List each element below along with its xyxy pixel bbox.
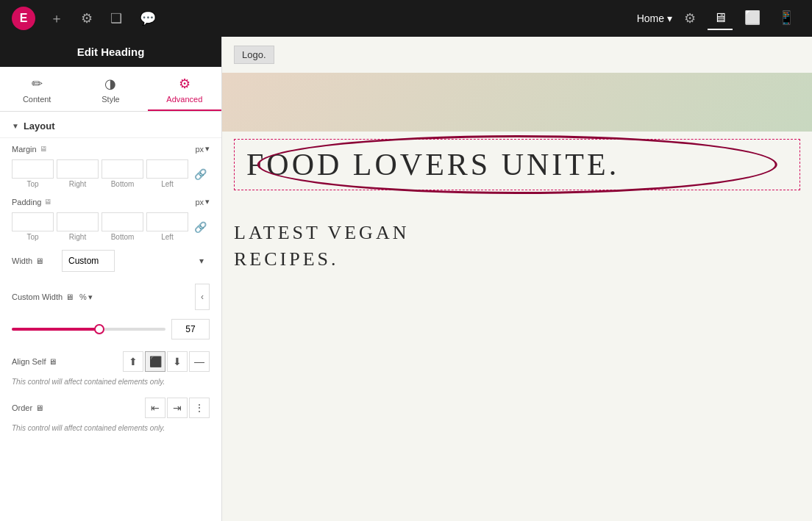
- padding-top-group: Top: [12, 212, 54, 241]
- logo-bar: Logo.: [222, 37, 812, 73]
- order-first-button[interactable]: ⇤: [145, 398, 165, 418]
- padding-top-input[interactable]: [12, 212, 54, 231]
- align-self-responsive-icon: 🖥: [49, 357, 57, 366]
- width-select-wrapper: Default Custom Full Width Inline: [62, 250, 210, 272]
- style-tab-icon: ◑: [104, 76, 116, 92]
- heading-section[interactable]: FOOD LOVERS UNITE.: [222, 132, 812, 198]
- padding-bottom-input[interactable]: [102, 212, 143, 231]
- align-self-row: Align Self 🖥 ⬆ ⬛ ⬇ —: [0, 345, 221, 378]
- align-stretch-button[interactable]: —: [189, 351, 210, 372]
- slider-row: [0, 316, 221, 345]
- panel-title: Edit Heading: [0, 37, 221, 67]
- mobile-view-icon[interactable]: 📱: [772, 7, 800, 30]
- order-row: Order 🖥 ⇤ ⇥ ⋮: [0, 392, 221, 424]
- margin-control-row: Margin 🖥 px ▾: [0, 138, 221, 159]
- padding-bottom-label: Bottom: [111, 233, 135, 241]
- padding-link-icon[interactable]: 🔗: [191, 221, 210, 233]
- order-buttons: ⇤ ⇥ ⋮: [145, 398, 210, 418]
- padding-right-label: Right: [69, 233, 86, 241]
- controls-icon[interactable]: ⚙: [78, 7, 96, 29]
- order-last-button[interactable]: ⇥: [167, 398, 188, 418]
- padding-unit-arrow: ▾: [205, 197, 210, 206]
- align-bottom-button[interactable]: ⬇: [167, 351, 188, 372]
- content-tab-icon: ✏: [32, 76, 43, 92]
- margin-right-group: Right: [57, 159, 99, 188]
- slider-thumb[interactable]: [94, 324, 104, 334]
- align-self-buttons: ⬆ ⬛ ⬇ —: [123, 351, 210, 372]
- heading-selected-box: FOOD LOVERS UNITE.: [234, 139, 800, 190]
- panel-tabs: ✏ Content ◑ Style ⚙ Advanced: [0, 67, 221, 112]
- home-button[interactable]: Home ▾: [637, 12, 672, 24]
- top-bar-left: E ＋ ⚙ ❑ 💬: [12, 7, 159, 30]
- top-bar-center: Home ▾ ⚙ 🖥 ⬜ 📱: [637, 7, 800, 30]
- hero-image: [222, 73, 812, 132]
- layers-icon[interactable]: ❑: [107, 7, 125, 29]
- main-heading: FOOD LOVERS UNITE.: [235, 140, 799, 190]
- advanced-tab-icon: ⚙: [179, 76, 190, 92]
- width-label: Width 🖥: [12, 256, 56, 265]
- desktop-view-icon[interactable]: 🖥: [708, 7, 733, 30]
- layout-arrow-icon: ▼: [12, 122, 19, 130]
- sub-heading: LATEST VEGANRECIPES.: [234, 220, 800, 273]
- custom-width-value-input[interactable]: [171, 319, 210, 339]
- tablet-view-icon[interactable]: ⬜: [738, 7, 766, 30]
- margin-top-group: Top: [12, 159, 54, 188]
- margin-inputs: Top Right Bottom Left 🔗: [0, 159, 221, 191]
- canvas: Logo. FOOD LOVERS UNITE. LATEST VEGANREC…: [222, 37, 812, 521]
- margin-right-input[interactable]: [57, 159, 99, 179]
- padding-label: Padding 🖥: [12, 198, 56, 206]
- padding-right-input[interactable]: [57, 212, 99, 231]
- tab-advanced[interactable]: ⚙ Advanced: [148, 67, 221, 111]
- padding-inputs: Top Right Bottom Left 🔗: [0, 212, 221, 244]
- custom-width-slider[interactable]: [12, 328, 165, 331]
- settings-icon[interactable]: ⚙: [684, 10, 696, 26]
- comments-icon[interactable]: 💬: [137, 7, 159, 29]
- margin-left-input[interactable]: [146, 159, 188, 179]
- custom-width-unit-arrow: ▾: [88, 292, 93, 302]
- tab-content[interactable]: ✏ Content: [0, 67, 74, 111]
- margin-unit-select[interactable]: px ▾: [195, 144, 210, 154]
- slider-track: [12, 328, 165, 331]
- align-middle-button[interactable]: ⬛: [145, 351, 165, 372]
- padding-left-group: Left: [146, 212, 188, 241]
- left-panel: Edit Heading ✏ Content ◑ Style ⚙ Advance…: [0, 37, 222, 521]
- custom-width-row: Custom Width 🖥 % ▾ ‹: [0, 278, 221, 316]
- add-icon[interactable]: ＋: [47, 7, 66, 30]
- margin-top-label: Top: [26, 180, 38, 188]
- main-area: Edit Heading ✏ Content ◑ Style ⚙ Advance…: [0, 37, 812, 521]
- custom-width-unit[interactable]: % ▾: [79, 292, 93, 302]
- margin-bottom-group: Bottom: [102, 159, 143, 188]
- sub-content: LATEST VEGANRECIPES.: [222, 198, 812, 285]
- tab-style[interactable]: ◑ Style: [74, 67, 147, 111]
- elementor-logo[interactable]: E: [12, 7, 35, 30]
- padding-top-label: Top: [26, 233, 38, 241]
- padding-right-group: Right: [57, 212, 99, 241]
- padding-bottom-group: Bottom: [102, 212, 143, 241]
- margin-bottom-label: Bottom: [111, 180, 135, 188]
- padding-left-input[interactable]: [146, 212, 188, 231]
- padding-left-label: Left: [161, 233, 174, 241]
- layout-section-header[interactable]: ▼ Layout: [0, 112, 221, 138]
- canvas-inner: Logo. FOOD LOVERS UNITE. LATEST VEGANREC…: [222, 37, 812, 521]
- padding-responsive-icon: 🖥: [44, 198, 51, 206]
- panel-body: ▼ Layout Margin 🖥 px ▾ Top: [0, 112, 221, 521]
- width-select[interactable]: Default Custom Full Width Inline: [62, 250, 115, 272]
- padding-unit-select[interactable]: px ▾: [195, 197, 210, 206]
- order-hint: This control will affect contained eleme…: [0, 424, 221, 438]
- width-control: Width 🖥 Default Custom Full Width Inline: [0, 244, 221, 278]
- width-responsive-icon: 🖥: [35, 256, 43, 265]
- order-responsive-icon: 🖥: [35, 403, 43, 412]
- margin-link-icon[interactable]: 🔗: [191, 168, 210, 180]
- order-label: Order 🖥: [12, 403, 56, 412]
- align-hint: This control will affect contained eleme…: [0, 378, 221, 392]
- align-top-button[interactable]: ⬆: [123, 351, 143, 372]
- margin-bottom-input[interactable]: [102, 159, 143, 179]
- top-bar: E ＋ ⚙ ❑ 💬 Home ▾ ⚙ 🖥 ⬜ 📱: [0, 0, 812, 37]
- collapse-panel-button[interactable]: ‹: [195, 284, 210, 310]
- margin-left-group: Left: [146, 159, 188, 188]
- margin-right-label: Right: [69, 180, 86, 188]
- margin-top-input[interactable]: [12, 159, 54, 179]
- order-custom-button[interactable]: ⋮: [189, 398, 210, 418]
- margin-unit-arrow: ▾: [205, 144, 210, 154]
- margin-left-label: Left: [161, 180, 174, 188]
